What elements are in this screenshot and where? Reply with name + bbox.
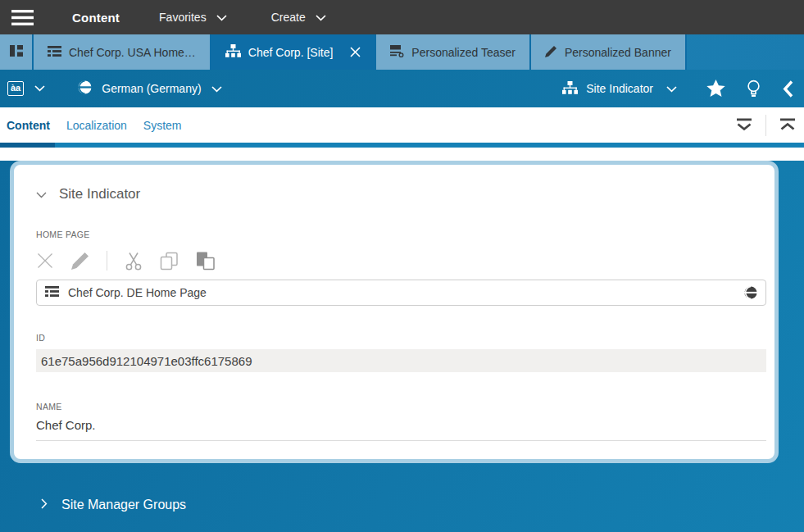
app-header: Content Favorites Create [0,0,804,34]
chevron-down-icon [211,82,222,95]
tab-personalized-teaser[interactable]: Personalized Teaser [376,34,531,70]
chevron-down-icon [316,11,326,24]
sitemap-icon [225,44,241,60]
chevron-down-icon [666,82,677,95]
copy-icon[interactable] [160,252,179,271]
section-title: Site Indicator [59,186,140,202]
locale-selector[interactable]: German (Germany) [78,80,221,97]
view-selector[interactable]: Site Indicator [562,81,677,97]
tab-content[interactable]: Content [7,119,50,132]
home-page-link-label: Chef Corp. DE Home Page [68,286,207,299]
content-item-icon [45,286,59,299]
divider [107,251,107,271]
globe-icon[interactable] [744,286,757,299]
home-page-label: HOME PAGE [36,230,766,239]
tab-chef-corp-site[interactable]: Chef Corp. [Site] [211,34,377,70]
hamburger-menu-icon[interactable] [11,10,39,25]
chevron-right-icon [41,498,48,512]
chevron-down-icon [216,11,227,24]
tab-label: Personalized Banner [565,46,671,59]
favorites-menu[interactable]: Favorites [159,11,227,24]
app-title: Content [72,11,120,25]
tab-chef-corp-usa-home[interactable]: Chef Corp. USA Home… [34,34,211,70]
favorites-menu-label: Favorites [159,11,207,24]
globe-icon [78,80,92,97]
link-list-toolbar [36,250,766,271]
active-tab-indicator [0,143,55,148]
chevron-down-icon [36,186,47,202]
tab-localization[interactable]: Localization [66,119,127,132]
tab-label: Personalized Teaser [411,46,516,59]
toolbar-right-tools: Site Indicator [562,80,804,98]
bookmark-star-icon[interactable] [706,80,725,98]
form-tab-underline [0,143,804,148]
id-value-field: 61e75a956d912104971e03ffc6175869 [36,349,766,372]
paste-icon[interactable] [196,252,216,271]
pencil-icon [545,45,557,60]
name-input[interactable]: Chef Corp. [36,418,766,441]
sitemap-icon [562,81,578,97]
document-form-panel: Site Indicator HOME PAGE [0,161,804,532]
collapsed-section-title: Site Manager Groups [61,498,186,512]
app-switcher-tab[interactable] [0,34,34,70]
create-menu-label: Create [271,11,306,24]
site-indicator-card: Site Indicator HOME PAGE [10,161,779,463]
home-page-link-field[interactable]: Chef Corp. DE Home Page [36,280,766,306]
cut-scissors-icon[interactable] [125,252,143,271]
lightbulb-icon[interactable] [746,80,761,98]
create-menu[interactable]: Create [271,11,326,24]
divider [765,115,766,136]
form-tab-tools [734,115,797,136]
section-header-site-indicator[interactable]: Site Indicator [36,186,766,202]
tab-personalized-banner[interactable]: Personalized Banner [531,34,687,70]
teaser-icon [390,45,404,60]
collapse-panel-chevron-left-icon[interactable] [783,80,793,98]
language-variants-icon[interactable]: àa [7,81,24,96]
premular-toolbar: àa German (Germany) Site Indicator [0,70,804,107]
locale-label: German (Germany) [102,82,201,95]
expand-all-icon[interactable] [734,117,754,133]
tab-label: Chef Corp. USA Home… [69,46,196,59]
tab-label: Chef Corp. [Site] [248,46,334,59]
section-header-site-manager-groups[interactable]: Site Manager Groups [41,498,804,512]
dashboard-icon [10,44,23,60]
name-label: NAME [36,402,766,412]
collapse-all-icon[interactable] [778,117,797,133]
remove-icon[interactable] [36,252,54,270]
tab-system[interactable]: System [143,119,182,132]
close-tab-icon[interactable] [350,47,361,57]
document-form-tabs: Content Localization System [0,107,804,143]
view-label: Site Indicator [586,82,653,95]
tab-strip: Chef Corp. USA Home… Chef Corp. [Site] P… [0,34,804,70]
content-item-icon [48,46,61,59]
id-label: ID [36,333,766,343]
chevron-down-icon[interactable] [34,85,45,92]
edit-pencil-icon[interactable] [71,252,89,270]
